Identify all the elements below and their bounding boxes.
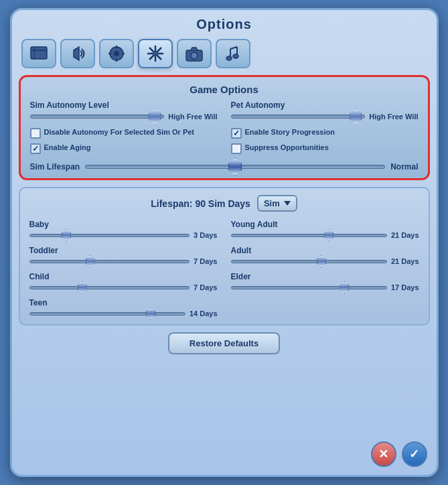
stage-toddler-slider: 7 Days [29,257,218,265]
tab-audio[interactable] [60,39,95,68]
stage-youngadult-track[interactable] [231,234,387,237]
stage-child-name: Child [29,272,218,281]
svg-point-16 [191,52,198,59]
svg-rect-0 [31,47,47,59]
cancel-button[interactable]: ✕ [371,441,396,467]
disable-autonomy-item: Disable Autonomy For Selected Sim Or Pet [30,127,218,139]
stage-child: Child 7 Days [29,272,218,291]
enable-story-checkbox[interactable]: ✓ [231,128,242,139]
svg-point-20 [226,56,232,60]
stage-youngadult-name: Young Adult [231,220,419,229]
stage-baby-thumb [62,229,71,241]
stage-elder-name: Elder [231,272,419,281]
sim-type-dropdown[interactable]: Sim [257,195,297,212]
enable-story-item: ✓ Enable Story Progression [231,127,419,139]
restore-defaults-button[interactable]: Restore Defaults [168,332,280,354]
stage-teen: Teen 14 Days [29,298,218,318]
svg-marker-3 [74,47,79,60]
options-panel: Options [10,8,439,477]
tab-camera[interactable] [177,39,212,68]
enable-aging-label: Enable Aging [44,143,91,152]
stage-elder-track[interactable] [231,286,387,289]
stage-adult-slider: 21 Days [231,257,419,265]
sim-autonomy-slider[interactable]: High Free Will [30,113,218,121]
bottom-buttons: ✕ ✓ [371,441,427,467]
suppress-opportunities-label: Suppress Opportunities [245,143,329,152]
stage-teen-name: Teen [29,298,218,307]
svg-point-14 [153,52,157,56]
stage-baby-slider: 3 Days [29,231,218,239]
tab-gameplay[interactable] [21,39,56,68]
lifespan-slider-row: Sim Lifespan Normal [30,162,419,171]
svg-line-18 [230,47,237,49]
enable-aging-item: ✓ Enable Aging [30,143,218,154]
left-checkbox-col: Disable Autonomy For Selected Sim Or Pet… [30,127,218,158]
suppress-opportunities-checkbox[interactable] [231,143,242,154]
stage-baby-name: Baby [29,220,218,229]
suppress-opportunities-item: Suppress Opportunities [231,143,419,154]
sim-autonomy-track[interactable] [30,115,165,119]
stage-toddler-thumb [86,255,95,267]
stage-teen-thumb [146,307,155,320]
restore-btn-container: Restore Defaults [19,332,430,354]
gameplay-icon [29,44,48,63]
pet-autonomy-label: Pet Autonomy [231,100,419,110]
game-options-box: Game Options Sim Autonomy Level High Fre… [19,75,430,180]
tab-bar [19,39,430,68]
lifespan-header-text: Lifespan: 90 Sim Days [151,198,250,209]
panel-title: Options [19,17,430,32]
confirm-button[interactable]: ✓ [402,441,427,467]
disable-autonomy-checkbox[interactable] [30,128,41,139]
pet-autonomy-track[interactable] [231,115,366,119]
stage-toddler: Toddler 7 Days [29,246,218,265]
stage-baby-days: 3 Days [194,231,217,239]
svg-point-5 [114,51,119,56]
enable-story-checkmark: ✓ [233,129,240,137]
autonomy-row: Sim Autonomy Level High Free Will Pet Au… [30,100,419,123]
music-icon [224,44,242,63]
stage-teen-track[interactable] [29,312,185,316]
dropdown-value: Sim [264,198,280,208]
stage-adult-name: Adult [231,246,419,255]
stage-baby: Baby 3 Days [29,220,218,239]
stage-teen-slider: 14 Days [29,309,218,318]
stages-grid: Baby 3 Days Young Adult 21 Days [29,220,419,318]
sim-autonomy-value: High Free Will [168,113,217,121]
lifespan-thumb [228,158,242,176]
tab-active[interactable] [138,39,173,68]
enable-story-label: Enable Story Progression [245,127,335,137]
tab-graphics[interactable] [99,39,134,68]
stage-toddler-track[interactable] [29,260,190,263]
sim-autonomy-col: Sim Autonomy Level High Free Will [30,100,218,123]
lifespan-track[interactable] [85,165,385,169]
sim-lifespan-label: Sim Lifespan [30,162,80,171]
stage-child-slider: 7 Days [29,283,218,291]
audio-icon [68,44,87,63]
stage-youngadult: Young Adult 21 Days [231,220,419,239]
stage-toddler-days: 7 Days [194,257,217,265]
stage-child-track[interactable] [29,286,190,289]
stage-adult-days: 21 Days [391,257,419,265]
disable-autonomy-label: Disable Autonomy For Selected Sim Or Pet [44,127,195,137]
stage-teen-days: 14 Days [190,309,218,318]
stage-baby-track[interactable] [29,234,190,237]
lifespan-value: Normal [390,162,418,171]
stage-youngadult-slider: 21 Days [231,231,419,239]
stage-adult-track[interactable] [231,260,387,263]
pet-autonomy-slider[interactable]: High Free Will [231,113,419,121]
stage-child-thumb [78,281,87,293]
graphics-icon [107,44,126,63]
right-checkbox-col: ✓ Enable Story Progression Suppress Oppo… [231,127,419,158]
snowflake-icon [146,44,165,63]
tab-music[interactable] [216,39,250,68]
pet-autonomy-col: Pet Autonomy High Free Will [231,100,419,123]
enable-aging-checkmark: ✓ [32,145,39,153]
stage-toddler-name: Toddler [29,246,218,255]
pet-autonomy-thumb [350,109,362,125]
sim-autonomy-thumb [149,109,161,125]
pet-autonomy-value: High Free Will [369,113,418,121]
stage-elder-slider: 17 Days [231,283,419,291]
checkboxes-row: Disable Autonomy For Selected Sim Or Pet… [30,127,419,158]
lifespan-header: Lifespan: 90 Sim Days Sim [29,195,419,212]
enable-aging-checkbox[interactable]: ✓ [30,143,41,154]
